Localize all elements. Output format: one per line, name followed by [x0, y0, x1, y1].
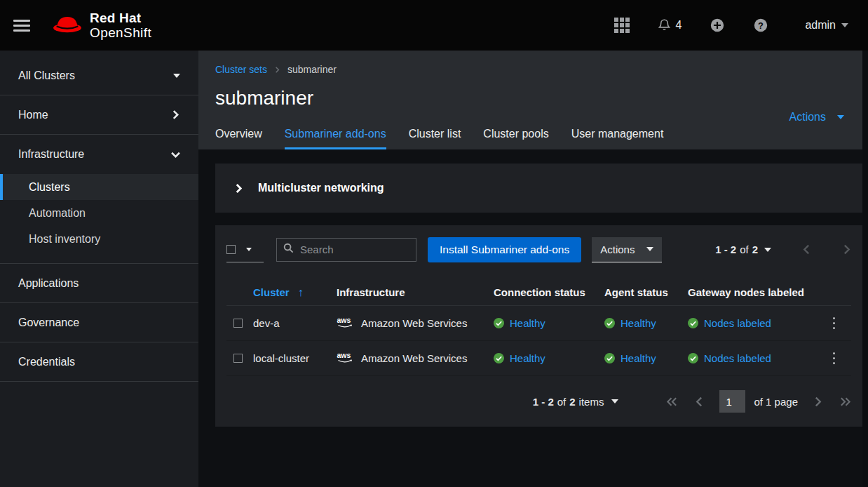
column-label: Cluster	[253, 286, 290, 298]
svg-text:?: ?	[759, 20, 764, 31]
pagination-summary-dropdown[interactable]: 1 - 2 of 2	[715, 244, 771, 255]
page-count-label: of 1 page	[754, 396, 798, 408]
breadcrumb-separator-icon	[274, 67, 280, 73]
healthy-check-icon	[494, 318, 504, 328]
top-pagination: 1 - 2 of 2	[715, 244, 851, 255]
expand-chevron-icon[interactable]	[234, 184, 243, 193]
gateway-nodes-link[interactable]: Nodes labeled	[704, 352, 771, 364]
user-name: admin	[805, 19, 836, 32]
bulk-select-dropdown[interactable]	[226, 237, 264, 262]
table-row-local-cluster: local-cluster aws Amazon Web Services He…	[226, 341, 851, 376]
bulk-select-checkbox[interactable]	[226, 245, 236, 254]
app-launcher-icon[interactable]	[614, 18, 630, 33]
search-box	[276, 238, 416, 262]
clusters-table: Cluster ↑ Infrastructure Connection stat…	[226, 279, 851, 376]
column-header-cluster[interactable]: Cluster ↑	[253, 286, 337, 299]
search-icon	[283, 243, 294, 256]
caret-down-icon	[173, 74, 180, 78]
sidebar-item-label: Applications	[18, 277, 79, 290]
tab-overview[interactable]: Overview	[215, 121, 262, 149]
tab-submariner-add-ons[interactable]: Submariner add-ons	[285, 121, 386, 149]
connection-status-link[interactable]: Healthy	[510, 317, 545, 329]
multicluster-networking-section[interactable]: Multicluster networking	[215, 164, 862, 213]
notifications-button[interactable]: 4	[658, 18, 682, 34]
toolbar-actions-dropdown[interactable]: Actions	[592, 237, 662, 262]
sort-ascending-icon: ↑	[298, 286, 304, 299]
cluster-selector-label: All Clusters	[18, 69, 75, 82]
sidebar-item-infrastructure[interactable]: Infrastructure	[0, 135, 198, 174]
sidebar-item-automation[interactable]: Automation	[0, 200, 198, 226]
pagination-of: of	[557, 396, 567, 408]
cluster-name: local-cluster	[253, 352, 337, 364]
page-number-input[interactable]	[719, 390, 745, 413]
aws-icon: aws	[337, 351, 355, 366]
table-header-row: Cluster ↑ Infrastructure Connection stat…	[226, 279, 851, 306]
connection-status-link[interactable]: Healthy	[510, 352, 545, 364]
pagination-range: 1 - 2	[715, 244, 736, 255]
tab-user-management[interactable]: User management	[571, 121, 664, 149]
scrollbar[interactable]	[862, 51, 868, 487]
breadcrumb: Cluster sets submariner	[215, 64, 337, 75]
column-header-connection-status[interactable]: Connection status	[494, 286, 604, 298]
brand-logo: Red Hat OpenShift	[51, 11, 151, 41]
caret-down-icon	[646, 247, 653, 251]
sidebar-item-governance[interactable]: Governance	[0, 303, 198, 342]
breadcrumb-link-cluster-sets[interactable]: Cluster sets	[215, 64, 267, 75]
agent-status-link[interactable]: Healthy	[621, 317, 656, 329]
prev-page-button[interactable]	[802, 244, 811, 255]
next-page-button[interactable]	[842, 244, 851, 255]
column-label: Gateway nodes labeled	[688, 286, 804, 298]
cluster-name: dev-a	[253, 317, 337, 329]
pagination-items-label: items	[579, 396, 604, 408]
add-circle-icon[interactable]	[710, 18, 725, 33]
sidebar-subitem-label: Clusters	[29, 181, 70, 194]
toolbar-actions-label: Actions	[600, 244, 635, 255]
user-menu[interactable]: admin	[805, 19, 848, 32]
sidebar-item-label: Governance	[18, 316, 79, 329]
sidebar-subitem-label: Host inventory	[29, 233, 100, 246]
row-kebab-menu[interactable]	[829, 348, 839, 368]
redhat-fedora-icon	[51, 12, 83, 39]
bell-icon	[658, 18, 671, 34]
column-header-agent-status[interactable]: Agent status	[604, 286, 688, 298]
install-submariner-button[interactable]: Install Submariner add-ons	[428, 237, 581, 262]
pagination-total: 2	[569, 396, 575, 408]
sidebar-item-applications[interactable]: Applications	[0, 264, 198, 303]
page-actions-dropdown[interactable]: Actions	[789, 111, 844, 124]
first-page-button[interactable]	[666, 396, 678, 407]
sidebar-item-clusters[interactable]: Clusters	[0, 174, 198, 200]
healthy-check-icon	[688, 353, 698, 363]
svg-text:aws: aws	[337, 351, 351, 359]
next-page-button[interactable]	[813, 396, 822, 407]
row-kebab-menu[interactable]	[829, 313, 839, 333]
row-checkbox[interactable]	[233, 354, 243, 363]
sidebar-item-home[interactable]: Home	[0, 95, 198, 135]
cluster-selector-dropdown[interactable]: All Clusters	[0, 56, 198, 95]
chevron-down-icon	[841, 23, 848, 27]
caret-down-icon	[246, 248, 252, 251]
sidebar-item-credentials[interactable]: Credentials	[0, 342, 198, 382]
tab-cluster-pools[interactable]: Cluster pools	[483, 121, 548, 149]
bottom-pagination: 1 - 2 of 2 items of 1 page	[226, 376, 851, 427]
pagination-of: of	[740, 244, 749, 255]
tab-cluster-list[interactable]: Cluster list	[409, 121, 461, 149]
brand-name-line1: Red Hat	[90, 11, 151, 25]
help-icon[interactable]: ?	[753, 18, 768, 33]
search-input[interactable]	[300, 244, 405, 255]
column-label: Agent status	[604, 286, 668, 298]
agent-status-link[interactable]: Healthy	[621, 352, 656, 364]
pagination-total: 2	[752, 244, 758, 255]
column-header-infrastructure[interactable]: Infrastructure	[337, 286, 494, 298]
column-header-gateway[interactable]: Gateway nodes labeled	[688, 286, 816, 298]
last-page-button[interactable]	[839, 396, 851, 407]
aws-icon: aws	[337, 316, 355, 331]
nav-toggle-icon[interactable]	[13, 17, 30, 34]
sidebar-item-host-inventory[interactable]: Host inventory	[0, 226, 198, 252]
svg-text:aws: aws	[337, 316, 351, 324]
pagination-items-dropdown[interactable]: 1 - 2 of 2 items	[533, 396, 619, 408]
caret-down-icon	[611, 399, 618, 403]
prev-page-button[interactable]	[695, 396, 704, 407]
gateway-nodes-link[interactable]: Nodes labeled	[704, 317, 771, 329]
row-checkbox[interactable]	[233, 319, 243, 328]
submariner-table-card: Install Submariner add-ons Actions 1 - 2…	[215, 225, 862, 427]
